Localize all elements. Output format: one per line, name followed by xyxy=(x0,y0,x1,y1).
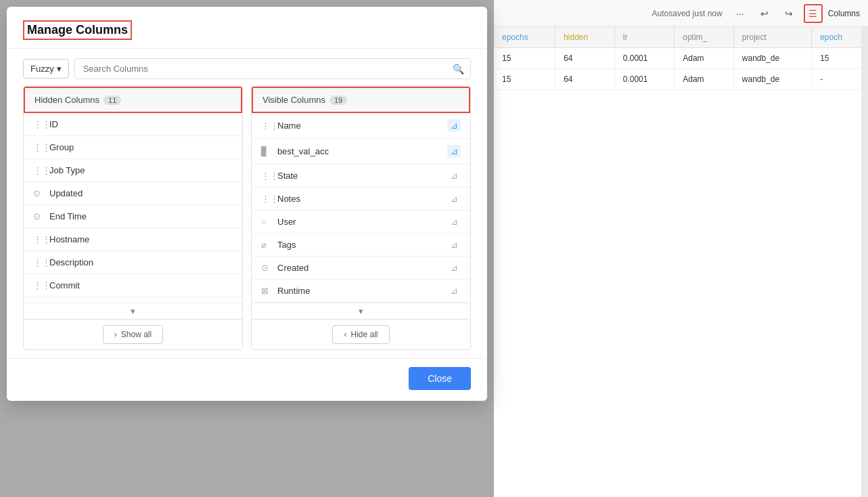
list-item[interactable]: ⋮⋮ Description xyxy=(24,251,242,274)
more-options-button[interactable]: ··· xyxy=(731,4,750,23)
table-cell: Adam xyxy=(675,69,734,90)
drag-icon: ▊ xyxy=(261,146,272,156)
table-cell: 15 xyxy=(494,48,555,69)
table-cell: 0.0001 xyxy=(614,69,675,90)
hidden-columns-list-wrapper: ⋮⋮ ID ⋮⋮ Group ⋮⋮ Job Type ⊙ Updated ⊙ E… xyxy=(24,113,242,303)
show-all-button[interactable]: › Show all xyxy=(103,325,163,344)
table-column-header: epoch xyxy=(812,27,868,48)
right-scrollbar[interactable] xyxy=(861,27,868,497)
search-input[interactable] xyxy=(74,58,471,79)
table-cell: 64 xyxy=(555,48,615,69)
visible-columns-count: 19 xyxy=(329,95,347,105)
hidden-columns-label: Hidden Columns xyxy=(35,95,99,105)
visible-columns-list-wrapper: ⋮⋮ Name ⊿ ▊ best_val_acc ⊿ ⋮⋮ State ⊿ ⋮⋮… xyxy=(252,113,470,303)
list-item[interactable]: ⋮⋮ Commit xyxy=(24,274,242,297)
drag-icon: ⋮⋮ xyxy=(261,121,272,131)
drag-icon: ⌀ xyxy=(261,240,272,250)
drag-icon: ⊙ xyxy=(261,263,272,273)
list-item[interactable]: ⌀ Tags ⊿ xyxy=(252,234,470,257)
pin-icon[interactable]: ⊿ xyxy=(447,145,461,158)
table-column-header: project xyxy=(733,27,811,48)
visible-columns-label: Visible Columns xyxy=(262,95,325,105)
table-column-header: hidden xyxy=(555,27,615,48)
pin-icon[interactable]: ⊿ xyxy=(447,263,461,273)
fuzzy-label: Fuzzy xyxy=(30,64,54,74)
column-label: Hostname xyxy=(49,234,233,244)
columns-toggle-button[interactable]: ☰ xyxy=(804,4,823,23)
list-item[interactable]: ⋮⋮ Hostname xyxy=(24,228,242,251)
list-item[interactable]: ⊙ Created ⊿ xyxy=(252,257,470,280)
hide-all-arrow-icon: ‹ xyxy=(344,330,346,339)
list-item[interactable]: ⋮⋮ ID xyxy=(24,113,242,136)
pin-icon[interactable]: ⊿ xyxy=(447,119,461,132)
visible-columns-list[interactable]: ⋮⋮ Name ⊿ ▊ best_val_acc ⊿ ⋮⋮ State ⊿ ⋮⋮… xyxy=(252,113,470,303)
modal-search-row: Fuzzy ▾ 🔍 xyxy=(7,49,487,86)
hide-all-label: Hide all xyxy=(350,330,378,339)
manage-columns-modal: Manage Columns Fuzzy ▾ 🔍 Hidden Columns … xyxy=(7,7,487,401)
data-table: epochshiddenlroptim_projectepoch 15640.0… xyxy=(494,27,868,90)
top-bar: Autosaved just now ··· ↩ ↪ ☰ Columns xyxy=(494,0,868,27)
drag-icon: ⋮⋮ xyxy=(33,234,44,244)
drag-icon: ⋮⋮ xyxy=(261,171,272,181)
list-item[interactable]: ⊙ End Time xyxy=(24,205,242,228)
pin-icon[interactable]: ⊿ xyxy=(447,286,461,296)
search-icon: 🔍 xyxy=(453,64,464,74)
drag-icon: ⊙ xyxy=(33,211,44,221)
list-item[interactable]: ⊙ Updated xyxy=(24,182,242,205)
list-item[interactable]: ⋮⋮ Group xyxy=(24,136,242,159)
visible-scroll-down[interactable]: ▾ xyxy=(252,303,470,319)
table-row: 15640.0001Adamwandb_de15 xyxy=(494,48,868,69)
hidden-columns-footer: › Show all xyxy=(24,319,242,349)
hidden-scroll-down[interactable]: ▾ xyxy=(24,303,242,319)
column-label: Job Type xyxy=(49,165,233,175)
show-all-label: Show all xyxy=(121,330,152,339)
column-label: Commit xyxy=(49,280,233,290)
columns-label: Columns xyxy=(828,9,860,18)
table-cell: wandb_de xyxy=(733,48,811,69)
visible-columns-footer: ‹ Hide all xyxy=(252,319,470,349)
modal-title: Manage Columns xyxy=(23,20,132,40)
fuzzy-dropdown-button[interactable]: Fuzzy ▾ xyxy=(23,59,69,79)
table-cell: 64 xyxy=(555,69,615,90)
fuzzy-chevron-icon: ▾ xyxy=(57,64,62,74)
table-column-header: lr xyxy=(614,27,675,48)
column-label: Notes xyxy=(277,194,442,204)
search-container: 🔍 xyxy=(74,58,471,79)
table-cell: 0.0001 xyxy=(614,48,675,69)
redo-button[interactable]: ↪ xyxy=(779,4,798,23)
list-item[interactable]: ⋮⋮ State ⊿ xyxy=(252,165,470,188)
pin-icon[interactable]: ⊿ xyxy=(447,171,461,181)
list-item[interactable]: ⋮⋮ Name ⊿ xyxy=(252,113,470,139)
pin-icon[interactable]: ⊿ xyxy=(447,194,461,204)
table-column-header: optim_ xyxy=(675,27,734,48)
pin-icon[interactable]: ⊿ xyxy=(447,240,461,250)
column-label: ID xyxy=(49,119,233,129)
table-cell: Adam xyxy=(675,48,734,69)
show-all-arrow-icon: › xyxy=(114,330,117,339)
column-label: State xyxy=(277,171,442,181)
visible-columns-header: Visible Columns 19 xyxy=(252,87,470,113)
column-label: Runtime xyxy=(277,286,442,296)
list-item[interactable]: ⋮⋮ Job Type xyxy=(24,159,242,182)
hidden-columns-header: Hidden Columns 11 xyxy=(24,87,242,113)
table-cell: - xyxy=(812,69,868,90)
drag-icon: ⋮⋮ xyxy=(33,165,44,175)
list-item[interactable]: ○ User ⊿ xyxy=(252,211,470,234)
pin-icon[interactable]: ⊿ xyxy=(447,217,461,227)
column-label: Group xyxy=(49,142,233,152)
list-item[interactable]: ▊ best_val_acc ⊿ xyxy=(252,139,470,165)
visible-columns-section: Visible Columns 19 ⋮⋮ Name ⊿ ▊ best_val_… xyxy=(251,86,471,350)
list-item[interactable]: ⋮⋮ Notes ⊿ xyxy=(252,188,470,211)
table-row: 15640.0001Adamwandb_de- xyxy=(494,69,868,90)
drag-icon: ⋮⋮ xyxy=(33,142,44,152)
hidden-columns-list[interactable]: ⋮⋮ ID ⋮⋮ Group ⋮⋮ Job Type ⊙ Updated ⊙ E… xyxy=(24,113,242,303)
columns-panel: Hidden Columns 11 ⋮⋮ ID ⋮⋮ Group ⋮⋮ Job … xyxy=(7,86,487,358)
close-button[interactable]: Close xyxy=(409,367,471,390)
column-label: Updated xyxy=(49,188,233,198)
drag-icon: ⊙ xyxy=(33,188,44,198)
drag-icon: ⊠ xyxy=(261,286,272,296)
column-label: Name xyxy=(277,121,442,131)
list-item[interactable]: ⊠ Runtime ⊿ xyxy=(252,280,470,303)
hide-all-button[interactable]: ‹ Hide all xyxy=(332,325,389,344)
undo-button[interactable]: ↩ xyxy=(755,4,774,23)
